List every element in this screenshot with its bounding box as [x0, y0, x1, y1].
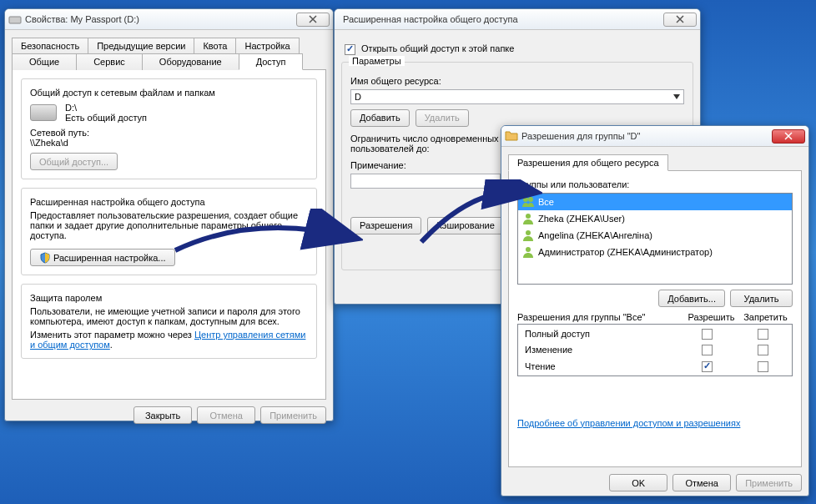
- share-heading: Общий доступ к сетевым файлам и папкам: [30, 88, 308, 98]
- titlebar[interactable]: Расширенная настройка общего доступа: [335, 9, 700, 30]
- open-share-label: Открыть общий доступ к этой папке: [361, 43, 514, 53]
- cancel-button[interactable]: Отмена: [672, 474, 731, 491]
- users-list[interactable]: Все Zheka (ZHEKA\User) Angelina (ZHEKA\А…: [517, 193, 793, 285]
- tab-customize[interactable]: Настройка: [235, 38, 299, 53]
- user-name: Angelina (ZHEKA\Ангеліна): [538, 230, 652, 240]
- advanced-heading: Расширенная настройка общего доступа: [30, 197, 308, 207]
- password-group: Защита паролем Пользователи, не имеющие …: [21, 284, 317, 359]
- permissions-table: Полный доступ Изменение Чтение: [517, 324, 793, 376]
- advanced-settings-button[interactable]: Расширенная настройка...: [30, 249, 175, 266]
- titlebar[interactable]: Разрешения для группы "D": [501, 126, 808, 147]
- apply-button[interactable]: Применить: [736, 474, 802, 491]
- folder-icon: [505, 129, 518, 143]
- learn-more-link[interactable]: Подробнее об управлении доступом и разре…: [517, 418, 740, 428]
- params-legend: Параметры: [349, 56, 405, 66]
- tab-tools[interactable]: Сервис: [76, 53, 143, 70]
- drive-icon: [30, 104, 57, 121]
- advanced-btn-label: Расширенная настройка...: [53, 253, 166, 263]
- perm-name: Чтение: [520, 359, 678, 374]
- user-name: Zheka (ZHEKA\User): [538, 214, 625, 224]
- close-button[interactable]: Закрыть: [133, 406, 192, 424]
- tab-sharing[interactable]: Доступ: [239, 53, 304, 70]
- tab-strip: Разрешения для общего ресурса: [508, 154, 802, 171]
- remove-button[interactable]: Удалить: [416, 109, 469, 127]
- close-button[interactable]: [663, 13, 697, 27]
- cancel-button[interactable]: Отмена: [197, 406, 255, 424]
- perm-name: Изменение: [520, 343, 678, 358]
- netpath-value: \\Zheka\d: [30, 138, 308, 148]
- svg-rect-0: [9, 17, 21, 23]
- user-name: Администратор (ZHEKA\Администратор): [538, 247, 713, 257]
- sharename-value: D: [355, 92, 361, 102]
- list-item[interactable]: Администратор (ZHEKA\Администратор): [518, 244, 792, 260]
- svg-point-5: [526, 247, 531, 252]
- allow-checkbox[interactable]: [702, 361, 713, 372]
- tab-panel: Группы или пользователи: Все Zheka (ZHEK…: [508, 171, 802, 467]
- perm-name: Полный доступ: [520, 326, 678, 341]
- tab-security[interactable]: Безопасность: [12, 38, 88, 53]
- list-item[interactable]: Angelina (ZHEKA\Ангеліна): [518, 227, 792, 244]
- share-status: Есть общий доступ: [65, 113, 147, 123]
- password-heading: Защита паролем: [30, 293, 308, 303]
- allow-checkbox[interactable]: [702, 329, 713, 340]
- user-icon: [521, 245, 535, 259]
- annotation-arrow-icon: [417, 179, 542, 246]
- apply-button[interactable]: Применить: [260, 406, 326, 424]
- drive-label: D:\: [65, 103, 147, 113]
- netpath-label: Сетевой путь:: [30, 128, 308, 138]
- drive-icon: [8, 13, 22, 26]
- close-button[interactable]: [772, 129, 805, 144]
- button-row: Закрыть Отмена Применить: [12, 400, 326, 431]
- ok-button[interactable]: OK: [609, 474, 667, 491]
- password-desc: Пользователи, не имеющие учетной записи …: [30, 306, 308, 326]
- tab-share-permissions[interactable]: Разрешения для общего ресурса: [508, 154, 668, 171]
- remove-button[interactable]: Удалить: [730, 290, 793, 307]
- deny-checkbox[interactable]: [758, 345, 768, 355]
- col-allow: Разрешить: [684, 312, 738, 322]
- permissions-window: Разрешения для группы "D" Разрешения для…: [501, 125, 809, 496]
- list-item[interactable]: Zheka (ZHEKA\User): [518, 210, 792, 227]
- sharename-dropdown[interactable]: D: [350, 89, 684, 104]
- table-row: Чтение: [520, 359, 790, 374]
- user-button-row: Добавить... Удалить: [517, 285, 793, 312]
- open-share-checkbox[interactable]: [345, 44, 355, 55]
- chevron-down-icon: [673, 94, 680, 99]
- change-text: Изменить этот параметр можно через: [30, 330, 194, 340]
- button-row: OK Отмена Применить: [508, 467, 802, 498]
- table-row: Изменение: [520, 343, 790, 358]
- add-button[interactable]: Добавить...: [658, 290, 725, 307]
- network-share-group: Общий доступ к сетевым файлам и папкам D…: [21, 78, 317, 179]
- window-title: Расширенная настройка общего доступа: [343, 14, 663, 24]
- allow-checkbox[interactable]: [702, 345, 713, 355]
- titlebar[interactable]: Свойства: My Passport (D:): [5, 9, 333, 30]
- deny-checkbox[interactable]: [758, 361, 768, 372]
- perms-for-label: Разрешения для группы "Все": [517, 312, 684, 322]
- annotation-arrow-icon: [171, 209, 363, 255]
- deny-checkbox[interactable]: [758, 329, 768, 340]
- window-title: Разрешения для группы "D": [521, 131, 772, 141]
- col-deny: Запретить: [738, 312, 793, 322]
- window-body: Разрешения для общего ресурса Группы или…: [501, 147, 808, 504]
- share-button[interactable]: Общий доступ...: [30, 153, 118, 170]
- tab-prev-versions[interactable]: Предыдущие версии: [88, 38, 194, 53]
- sharename-label: Имя общего ресурса:: [350, 76, 684, 86]
- table-row: Полный доступ: [520, 326, 790, 341]
- tab-hardware[interactable]: Оборудование: [142, 53, 239, 70]
- tab-strip: Безопасность Предыдущие версии Квота Нас…: [12, 37, 326, 70]
- tab-general[interactable]: Общие: [12, 53, 77, 70]
- add-button[interactable]: Добавить: [350, 109, 410, 127]
- shield-icon: [39, 252, 51, 264]
- window-title: Свойства: My Passport (D:): [25, 14, 296, 24]
- groups-label: Группы или пользователи:: [517, 179, 793, 189]
- tab-quota[interactable]: Квота: [194, 38, 236, 53]
- close-button[interactable]: [296, 13, 330, 27]
- list-item[interactable]: Все: [518, 194, 792, 210]
